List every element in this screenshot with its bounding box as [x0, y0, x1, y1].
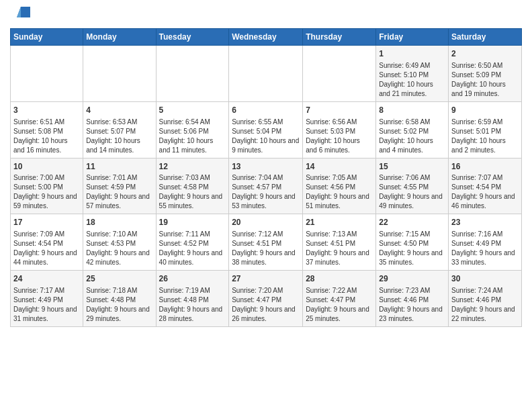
day-info: Sunset: 4:46 PM: [379, 295, 445, 305]
day-number: 9: [451, 105, 519, 116]
day-info: Sunrise: 6:58 AM: [379, 118, 445, 127]
calendar-day-cell: 29Sunrise: 7:23 AMSunset: 4:46 PMDayligh…: [376, 271, 449, 327]
day-info: Sunset: 4:49 PM: [451, 239, 519, 248]
day-info: Daylight: 9 hours and 23 minutes.: [379, 305, 445, 324]
day-number: 30: [451, 273, 519, 285]
calendar-day-cell: [11, 46, 83, 102]
day-info: Daylight: 9 hours and 51 minutes.: [306, 192, 373, 211]
calendar-week-row: 1Sunrise: 6:49 AMSunset: 5:10 PMDaylight…: [11, 46, 522, 102]
day-info: Daylight: 10 hours and 6 minutes.: [306, 136, 373, 155]
weekday-header: Wednesday: [229, 29, 303, 46]
day-info: Daylight: 9 hours and 57 minutes.: [86, 192, 152, 211]
calendar-week-row: 24Sunrise: 7:17 AMSunset: 4:49 PMDayligh…: [11, 271, 522, 327]
day-info: Sunset: 4:55 PM: [379, 183, 445, 192]
day-info: Sunset: 4:48 PM: [86, 295, 152, 305]
day-number: 2: [451, 48, 519, 60]
calendar-day-cell: 6Sunrise: 6:55 AMSunset: 5:04 PMDaylight…: [229, 101, 303, 158]
day-info: Sunrise: 7:07 AM: [451, 173, 519, 183]
calendar-day-cell: 24Sunrise: 7:17 AMSunset: 4:49 PMDayligh…: [11, 271, 83, 327]
day-info: Daylight: 9 hours and 28 minutes.: [159, 305, 226, 324]
day-info: Sunset: 4:51 PM: [306, 239, 373, 248]
day-info: Sunrise: 7:15 AM: [379, 230, 445, 239]
day-number: 5: [159, 105, 226, 116]
day-info: Daylight: 9 hours and 33 minutes.: [451, 248, 519, 267]
day-info: Daylight: 9 hours and 44 minutes.: [13, 248, 80, 267]
day-number: 18: [86, 217, 152, 228]
day-info: Sunrise: 6:49 AM: [379, 61, 445, 71]
day-info: Sunset: 4:54 PM: [451, 183, 519, 192]
calendar-day-cell: 28Sunrise: 7:22 AMSunset: 4:47 PMDayligh…: [303, 271, 376, 327]
day-info: Sunrise: 7:01 AM: [86, 173, 152, 183]
day-number: 28: [306, 273, 373, 285]
weekday-header: Saturday: [449, 29, 522, 46]
day-info: Daylight: 9 hours and 26 minutes.: [232, 305, 300, 324]
day-info: Daylight: 9 hours and 40 minutes.: [159, 248, 226, 267]
day-info: Sunrise: 6:55 AM: [232, 118, 300, 127]
calendar-day-cell: 27Sunrise: 7:20 AMSunset: 4:47 PMDayligh…: [229, 271, 303, 327]
day-info: Sunrise: 7:18 AM: [86, 286, 152, 295]
day-info: Daylight: 10 hours and 4 minutes.: [379, 136, 445, 155]
day-number: 23: [451, 217, 519, 228]
calendar-body: 1Sunrise: 6:49 AMSunset: 5:10 PMDaylight…: [11, 46, 522, 327]
calendar-week-row: 17Sunrise: 7:09 AMSunset: 4:54 PMDayligh…: [11, 214, 522, 271]
day-number: 8: [379, 105, 445, 116]
day-number: 21: [306, 217, 373, 228]
day-number: 6: [232, 105, 300, 116]
day-info: Sunrise: 7:13 AM: [306, 230, 373, 239]
day-info: Sunset: 4:50 PM: [379, 239, 445, 248]
day-info: Daylight: 9 hours and 59 minutes.: [13, 192, 80, 211]
calendar-day-cell: 15Sunrise: 7:06 AMSunset: 4:55 PMDayligh…: [376, 158, 449, 214]
day-info: Sunrise: 7:12 AM: [232, 230, 300, 239]
day-number: 10: [13, 161, 80, 173]
day-info: Daylight: 9 hours and 55 minutes.: [159, 192, 226, 211]
day-info: Sunrise: 7:04 AM: [232, 173, 300, 183]
day-info: Sunset: 4:47 PM: [232, 295, 300, 305]
day-info: Sunset: 5:02 PM: [379, 127, 445, 136]
calendar-day-cell: 12Sunrise: 7:03 AMSunset: 4:58 PMDayligh…: [156, 158, 229, 214]
day-number: 27: [232, 273, 300, 285]
day-info: Sunrise: 7:10 AM: [86, 230, 152, 239]
calendar-day-cell: [229, 46, 303, 102]
day-info: Daylight: 9 hours and 53 minutes.: [232, 192, 300, 211]
day-number: 17: [13, 217, 80, 228]
calendar-day-cell: 22Sunrise: 7:15 AMSunset: 4:50 PMDayligh…: [376, 214, 449, 271]
calendar-day-cell: 1Sunrise: 6:49 AMSunset: 5:10 PMDaylight…: [376, 46, 449, 102]
day-info: Sunset: 4:56 PM: [306, 183, 373, 192]
calendar-day-cell: 23Sunrise: 7:16 AMSunset: 4:49 PMDayligh…: [449, 214, 522, 271]
calendar-day-cell: 3Sunrise: 6:51 AMSunset: 5:08 PMDaylight…: [11, 101, 83, 158]
calendar-day-cell: 25Sunrise: 7:18 AMSunset: 4:48 PMDayligh…: [83, 271, 156, 327]
day-info: Sunrise: 6:51 AM: [13, 118, 80, 127]
logo: [10, 7, 30, 23]
day-info: Sunrise: 7:17 AM: [13, 286, 80, 295]
logo-icon: [11, 4, 30, 23]
day-info: Daylight: 10 hours and 11 minutes.: [159, 136, 226, 155]
day-info: Sunrise: 7:22 AM: [306, 286, 373, 295]
day-info: Daylight: 10 hours and 9 minutes.: [232, 136, 300, 155]
day-number: 15: [379, 161, 445, 173]
day-info: Sunset: 4:51 PM: [232, 239, 300, 248]
day-info: Sunrise: 6:53 AM: [86, 118, 152, 127]
day-info: Sunset: 5:10 PM: [379, 71, 445, 80]
day-info: Sunset: 4:49 PM: [13, 295, 80, 305]
day-info: Sunset: 5:08 PM: [13, 127, 80, 136]
day-info: Daylight: 9 hours and 46 minutes.: [451, 192, 519, 211]
calendar-day-cell: 20Sunrise: 7:12 AMSunset: 4:51 PMDayligh…: [229, 214, 303, 271]
calendar-day-cell: 11Sunrise: 7:01 AMSunset: 4:59 PMDayligh…: [83, 158, 156, 214]
day-info: Daylight: 9 hours and 25 minutes.: [306, 305, 373, 324]
calendar-day-cell: 9Sunrise: 6:59 AMSunset: 5:01 PMDaylight…: [449, 101, 522, 158]
calendar-day-cell: 13Sunrise: 7:04 AMSunset: 4:57 PMDayligh…: [229, 158, 303, 214]
day-number: 1: [379, 48, 445, 60]
calendar-day-cell: 4Sunrise: 6:53 AMSunset: 5:07 PMDaylight…: [83, 101, 156, 158]
day-info: Daylight: 9 hours and 31 minutes.: [13, 305, 80, 324]
day-info: Sunrise: 7:16 AM: [451, 230, 519, 239]
day-info: Daylight: 9 hours and 22 minutes.: [451, 305, 519, 324]
day-number: 19: [159, 217, 226, 228]
day-info: Sunrise: 7:09 AM: [13, 230, 80, 239]
day-info: Sunrise: 6:56 AM: [306, 118, 373, 127]
calendar-day-cell: [156, 46, 229, 102]
calendar-day-cell: 17Sunrise: 7:09 AMSunset: 4:54 PMDayligh…: [11, 214, 83, 271]
day-info: Sunset: 4:46 PM: [451, 295, 519, 305]
svg-marker-1: [17, 7, 21, 17]
day-info: Sunrise: 6:54 AM: [159, 118, 226, 127]
day-number: 26: [159, 273, 226, 285]
